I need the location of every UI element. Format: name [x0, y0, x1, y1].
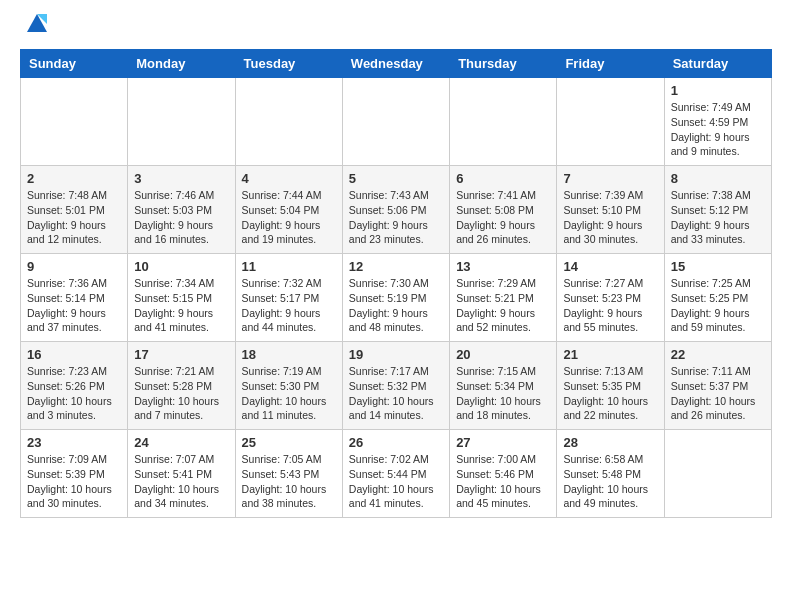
day-number: 22 [671, 347, 765, 362]
day-cell: 10Sunrise: 7:34 AM Sunset: 5:15 PM Dayli… [128, 254, 235, 342]
day-cell: 21Sunrise: 7:13 AM Sunset: 5:35 PM Dayli… [557, 342, 664, 430]
day-info: Sunrise: 7:15 AM Sunset: 5:34 PM Dayligh… [456, 364, 550, 423]
day-cell: 16Sunrise: 7:23 AM Sunset: 5:26 PM Dayli… [21, 342, 128, 430]
day-cell: 27Sunrise: 7:00 AM Sunset: 5:46 PM Dayli… [450, 430, 557, 518]
day-cell [450, 78, 557, 166]
day-info: Sunrise: 7:46 AM Sunset: 5:03 PM Dayligh… [134, 188, 228, 247]
day-number: 24 [134, 435, 228, 450]
day-cell: 26Sunrise: 7:02 AM Sunset: 5:44 PM Dayli… [342, 430, 449, 518]
day-cell: 23Sunrise: 7:09 AM Sunset: 5:39 PM Dayli… [21, 430, 128, 518]
day-number: 8 [671, 171, 765, 186]
calendar-page: SundayMondayTuesdayWednesdayThursdayFrid… [0, 0, 792, 534]
day-cell [664, 430, 771, 518]
weekday-header-tuesday: Tuesday [235, 50, 342, 78]
day-number: 11 [242, 259, 336, 274]
day-info: Sunrise: 7:48 AM Sunset: 5:01 PM Dayligh… [27, 188, 121, 247]
day-number: 7 [563, 171, 657, 186]
day-cell: 22Sunrise: 7:11 AM Sunset: 5:37 PM Dayli… [664, 342, 771, 430]
day-number: 15 [671, 259, 765, 274]
day-cell: 11Sunrise: 7:32 AM Sunset: 5:17 PM Dayli… [235, 254, 342, 342]
day-number: 19 [349, 347, 443, 362]
day-info: Sunrise: 7:30 AM Sunset: 5:19 PM Dayligh… [349, 276, 443, 335]
logo [20, 16, 51, 39]
day-cell: 7Sunrise: 7:39 AM Sunset: 5:10 PM Daylig… [557, 166, 664, 254]
weekday-header-row: SundayMondayTuesdayWednesdayThursdayFrid… [21, 50, 772, 78]
day-info: Sunrise: 6:58 AM Sunset: 5:48 PM Dayligh… [563, 452, 657, 511]
day-cell: 8Sunrise: 7:38 AM Sunset: 5:12 PM Daylig… [664, 166, 771, 254]
weekday-header-sunday: Sunday [21, 50, 128, 78]
weekday-header-wednesday: Wednesday [342, 50, 449, 78]
day-info: Sunrise: 7:49 AM Sunset: 4:59 PM Dayligh… [671, 100, 765, 159]
day-cell: 24Sunrise: 7:07 AM Sunset: 5:41 PM Dayli… [128, 430, 235, 518]
day-cell: 15Sunrise: 7:25 AM Sunset: 5:25 PM Dayli… [664, 254, 771, 342]
day-info: Sunrise: 7:25 AM Sunset: 5:25 PM Dayligh… [671, 276, 765, 335]
day-number: 16 [27, 347, 121, 362]
day-info: Sunrise: 7:19 AM Sunset: 5:30 PM Dayligh… [242, 364, 336, 423]
day-number: 27 [456, 435, 550, 450]
day-info: Sunrise: 7:32 AM Sunset: 5:17 PM Dayligh… [242, 276, 336, 335]
day-info: Sunrise: 7:11 AM Sunset: 5:37 PM Dayligh… [671, 364, 765, 423]
day-number: 13 [456, 259, 550, 274]
header [20, 16, 772, 39]
week-row-5: 23Sunrise: 7:09 AM Sunset: 5:39 PM Dayli… [21, 430, 772, 518]
day-cell [235, 78, 342, 166]
day-number: 21 [563, 347, 657, 362]
day-number: 6 [456, 171, 550, 186]
day-cell: 2Sunrise: 7:48 AM Sunset: 5:01 PM Daylig… [21, 166, 128, 254]
day-info: Sunrise: 7:27 AM Sunset: 5:23 PM Dayligh… [563, 276, 657, 335]
day-info: Sunrise: 7:02 AM Sunset: 5:44 PM Dayligh… [349, 452, 443, 511]
day-cell [128, 78, 235, 166]
day-info: Sunrise: 7:43 AM Sunset: 5:06 PM Dayligh… [349, 188, 443, 247]
weekday-header-monday: Monday [128, 50, 235, 78]
day-info: Sunrise: 7:17 AM Sunset: 5:32 PM Dayligh… [349, 364, 443, 423]
day-info: Sunrise: 7:41 AM Sunset: 5:08 PM Dayligh… [456, 188, 550, 247]
day-cell: 13Sunrise: 7:29 AM Sunset: 5:21 PM Dayli… [450, 254, 557, 342]
day-number: 4 [242, 171, 336, 186]
day-number: 9 [27, 259, 121, 274]
day-number: 17 [134, 347, 228, 362]
day-cell: 17Sunrise: 7:21 AM Sunset: 5:28 PM Dayli… [128, 342, 235, 430]
day-info: Sunrise: 7:07 AM Sunset: 5:41 PM Dayligh… [134, 452, 228, 511]
day-number: 1 [671, 83, 765, 98]
day-cell: 14Sunrise: 7:27 AM Sunset: 5:23 PM Dayli… [557, 254, 664, 342]
day-info: Sunrise: 7:05 AM Sunset: 5:43 PM Dayligh… [242, 452, 336, 511]
day-cell [342, 78, 449, 166]
day-cell: 4Sunrise: 7:44 AM Sunset: 5:04 PM Daylig… [235, 166, 342, 254]
day-cell: 19Sunrise: 7:17 AM Sunset: 5:32 PM Dayli… [342, 342, 449, 430]
day-number: 10 [134, 259, 228, 274]
day-info: Sunrise: 7:44 AM Sunset: 5:04 PM Dayligh… [242, 188, 336, 247]
day-info: Sunrise: 7:09 AM Sunset: 5:39 PM Dayligh… [27, 452, 121, 511]
day-number: 28 [563, 435, 657, 450]
weekday-header-saturday: Saturday [664, 50, 771, 78]
day-info: Sunrise: 7:38 AM Sunset: 5:12 PM Dayligh… [671, 188, 765, 247]
day-cell: 12Sunrise: 7:30 AM Sunset: 5:19 PM Dayli… [342, 254, 449, 342]
day-cell: 5Sunrise: 7:43 AM Sunset: 5:06 PM Daylig… [342, 166, 449, 254]
day-info: Sunrise: 7:13 AM Sunset: 5:35 PM Dayligh… [563, 364, 657, 423]
day-cell: 9Sunrise: 7:36 AM Sunset: 5:14 PM Daylig… [21, 254, 128, 342]
day-number: 14 [563, 259, 657, 274]
day-number: 2 [27, 171, 121, 186]
day-number: 3 [134, 171, 228, 186]
week-row-3: 9Sunrise: 7:36 AM Sunset: 5:14 PM Daylig… [21, 254, 772, 342]
day-info: Sunrise: 7:21 AM Sunset: 5:28 PM Dayligh… [134, 364, 228, 423]
day-info: Sunrise: 7:36 AM Sunset: 5:14 PM Dayligh… [27, 276, 121, 335]
day-cell: 20Sunrise: 7:15 AM Sunset: 5:34 PM Dayli… [450, 342, 557, 430]
day-number: 26 [349, 435, 443, 450]
week-row-4: 16Sunrise: 7:23 AM Sunset: 5:26 PM Dayli… [21, 342, 772, 430]
day-info: Sunrise: 7:29 AM Sunset: 5:21 PM Dayligh… [456, 276, 550, 335]
day-number: 20 [456, 347, 550, 362]
day-number: 23 [27, 435, 121, 450]
day-cell: 3Sunrise: 7:46 AM Sunset: 5:03 PM Daylig… [128, 166, 235, 254]
weekday-header-thursday: Thursday [450, 50, 557, 78]
day-cell: 1Sunrise: 7:49 AM Sunset: 4:59 PM Daylig… [664, 78, 771, 166]
week-row-2: 2Sunrise: 7:48 AM Sunset: 5:01 PM Daylig… [21, 166, 772, 254]
day-number: 18 [242, 347, 336, 362]
day-number: 12 [349, 259, 443, 274]
day-number: 25 [242, 435, 336, 450]
week-row-1: 1Sunrise: 7:49 AM Sunset: 4:59 PM Daylig… [21, 78, 772, 166]
day-cell: 28Sunrise: 6:58 AM Sunset: 5:48 PM Dayli… [557, 430, 664, 518]
day-info: Sunrise: 7:00 AM Sunset: 5:46 PM Dayligh… [456, 452, 550, 511]
day-info: Sunrise: 7:39 AM Sunset: 5:10 PM Dayligh… [563, 188, 657, 247]
day-info: Sunrise: 7:34 AM Sunset: 5:15 PM Dayligh… [134, 276, 228, 335]
calendar-table: SundayMondayTuesdayWednesdayThursdayFrid… [20, 49, 772, 518]
